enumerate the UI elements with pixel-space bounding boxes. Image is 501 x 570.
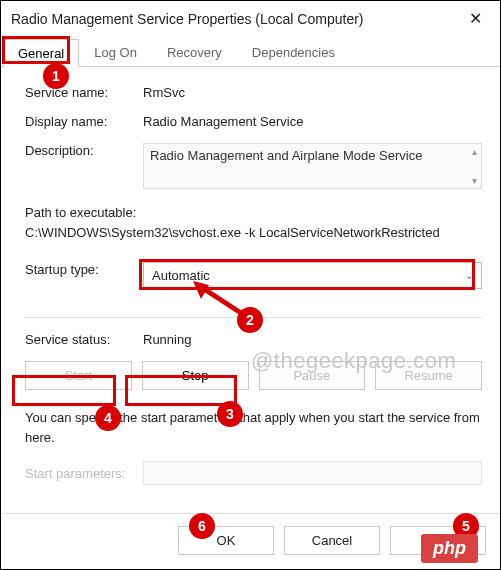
start-button[interactable]: Start (25, 361, 132, 390)
chevron-down-icon: ⌄ (465, 270, 473, 281)
startup-type-select[interactable]: Automatic ⌄ (143, 262, 482, 289)
description-box: Radio Management and Airplane Mode Servi… (143, 143, 482, 189)
stop-button[interactable]: Stop (142, 361, 249, 390)
ok-button[interactable]: OK (178, 526, 274, 555)
description-text: Radio Management and Airplane Mode Servi… (150, 148, 422, 163)
tab-dependencies[interactable]: Dependencies (237, 38, 350, 66)
cancel-button[interactable]: Cancel (284, 526, 380, 555)
apply-button[interactable]: Apply (390, 526, 486, 555)
description-label: Description: (25, 143, 143, 158)
window-title: Radio Management Service Properties (Loc… (11, 11, 364, 27)
service-status-label: Service status: (25, 332, 143, 347)
tab-recovery[interactable]: Recovery (152, 38, 237, 66)
hint-text: You can specify the start parameters tha… (25, 408, 482, 447)
scroll-up-icon[interactable]: ▴ (472, 146, 477, 157)
start-parameters-input[interactable] (143, 461, 482, 485)
tab-general[interactable]: General (3, 39, 79, 67)
path-label: Path to executable: (25, 203, 482, 223)
pause-button[interactable]: Pause (259, 361, 366, 390)
path-value: C:\WINDOWS\System32\svchost.exe -k Local… (25, 223, 482, 243)
divider (25, 317, 482, 318)
display-name-label: Display name: (25, 114, 143, 129)
scroll-down-icon[interactable]: ▾ (472, 175, 477, 186)
start-parameters-label: Start parameters: (25, 466, 143, 481)
general-panel: Service name: RmSvc Display name: Radio … (1, 67, 500, 489)
tab-log-on[interactable]: Log On (79, 38, 152, 66)
tab-strip: General Log On Recovery Dependencies (1, 38, 500, 67)
dialog-button-bar: OK Cancel Apply (1, 513, 500, 569)
service-name-value: RmSvc (143, 85, 482, 100)
display-name-value: Radio Management Service (143, 114, 482, 129)
close-icon[interactable]: ✕ (461, 9, 490, 28)
service-control-buttons: Start Stop Pause Resume (25, 361, 482, 390)
startup-type-label: Startup type: (25, 262, 143, 277)
resume-button[interactable]: Resume (375, 361, 482, 390)
service-name-label: Service name: (25, 85, 143, 100)
startup-type-value: Automatic (152, 268, 210, 283)
service-status-value: Running (143, 332, 482, 347)
title-bar: Radio Management Service Properties (Loc… (1, 1, 500, 36)
